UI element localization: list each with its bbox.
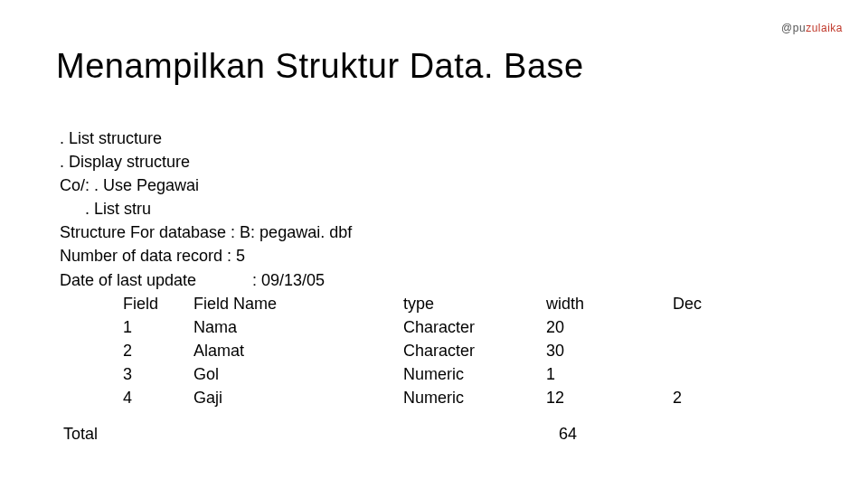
line-structure-for: Structure For database : B: pegawai. dbf <box>60 221 727 244</box>
line-last-update: Date of last update: 09/13/05 <box>60 268 727 292</box>
header-name: Field Name <box>193 292 403 315</box>
watermark-accent: zulaika <box>806 22 843 34</box>
line-use-pegawai: Co/: . Use Pegawai <box>60 174 727 197</box>
field-header-row: Field Field Name type width Dec <box>60 292 727 315</box>
watermark-plain: @pu <box>781 22 806 34</box>
line-display-structure: . Display structure <box>60 150 727 174</box>
line-list-structure: . List structure <box>60 127 727 150</box>
line-list-stru: . List stru <box>60 197 727 221</box>
total-label: Total <box>63 425 98 443</box>
header-field: Field <box>123 292 193 315</box>
header-width: width <box>546 292 673 315</box>
header-dec: Dec <box>673 292 727 315</box>
field-row: 2 Alamat Character 30 <box>60 339 727 362</box>
line-record-count: Number of data record : 5 <box>60 244 727 267</box>
watermark: @puzulaika <box>781 22 843 34</box>
field-row: 3 Gol Numeric 1 <box>60 362 727 386</box>
total-value: 64 <box>559 425 577 444</box>
field-row: 4 Gaji Numeric 12 2 <box>60 386 727 409</box>
header-type: type <box>403 292 546 315</box>
total-line: Total 64 <box>63 425 577 444</box>
field-row: 1 Nama Character 20 <box>60 315 727 339</box>
body-block: . List structure . Display structure Co/… <box>60 127 727 409</box>
page-title: Menampilkan Struktur Data. Base <box>56 47 584 86</box>
